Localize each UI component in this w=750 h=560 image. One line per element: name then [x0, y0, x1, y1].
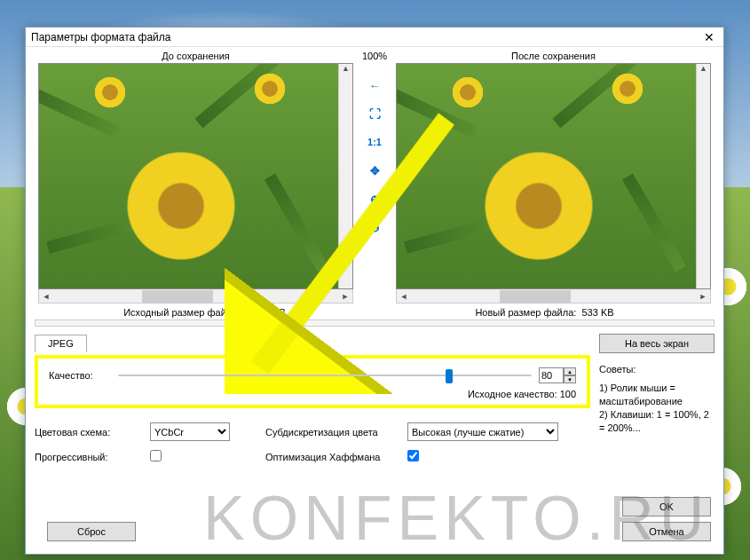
pan-icon[interactable]: ✥	[367, 162, 383, 178]
tab-jpeg[interactable]: JPEG	[35, 335, 87, 352]
subsampling-select[interactable]: Высокая (лучше сжатие)	[407, 422, 558, 441]
one-to-one-icon[interactable]: 1:1	[367, 134, 383, 150]
huffman-label: Оптимизация Хаффмана	[265, 452, 399, 462]
reset-button[interactable]: Сброс	[47, 522, 136, 541]
quality-slider[interactable]	[118, 368, 532, 383]
huffman-checkbox[interactable]	[407, 450, 419, 461]
cancel-button[interactable]: Отмена	[622, 522, 711, 541]
hints-title: Советы:	[599, 364, 714, 375]
progress-bar	[35, 319, 714, 327]
hints-text: 1) Ролик мыши = масштабирование 2) Клави…	[599, 382, 714, 434]
quality-spin-up[interactable]: ▲	[564, 367, 576, 375]
zoom-out-icon[interactable]: ⊖	[367, 219, 383, 235]
progressive-checkbox[interactable]	[150, 450, 162, 461]
titlebar: Параметры формата файла ✕	[26, 28, 723, 47]
progressive-label: Прогрессивный:	[35, 452, 141, 462]
back-icon[interactable]: ←	[367, 77, 383, 93]
new-size: Новый размер файла: 533 KB	[375, 307, 714, 318]
orig-size: Исходный размер файла: 2 165 KB	[35, 307, 375, 318]
dialog-title: Параметры формата файла	[31, 31, 700, 43]
quality-label: Качество:	[49, 370, 111, 381]
original-quality: Исходное качество: 100	[49, 389, 576, 399]
color-scheme-label: Цветовая схема:	[35, 427, 141, 438]
before-label: До сохранения	[162, 51, 229, 61]
quality-spin-down[interactable]: ▼	[564, 375, 576, 383]
scroll-right-icon[interactable]: ►	[696, 292, 710, 301]
quality-input[interactable]	[539, 367, 564, 383]
ok-button[interactable]: OK	[622, 497, 711, 517]
zoom-percent: 100%	[359, 51, 391, 61]
scroll-right-icon[interactable]: ►	[338, 292, 352, 301]
hscroll-after[interactable]: ◄ ►	[396, 289, 711, 304]
color-scheme-select[interactable]: YCbCr	[150, 422, 230, 441]
after-label: После сохранения	[511, 51, 596, 61]
fit-icon[interactable]: ⛶	[367, 106, 383, 122]
zoom-in-icon[interactable]: ⊕	[367, 191, 383, 207]
scroll-left-icon[interactable]: ◄	[397, 292, 411, 301]
close-icon[interactable]: ✕	[700, 30, 718, 44]
preview-after[interactable]: ▲	[396, 63, 711, 289]
subsampling-label: Субдискретизация цвета	[265, 427, 399, 438]
hscroll-before[interactable]: ◄ ►	[38, 289, 353, 304]
scroll-left-icon[interactable]: ◄	[39, 292, 53, 301]
quality-panel: Качество: ▲ ▼	[35, 355, 590, 408]
preview-before[interactable]: ▲	[38, 63, 353, 289]
fullscreen-button[interactable]: На весь экран	[599, 334, 714, 353]
file-format-dialog: Параметры формата файла ✕ До сохранения …	[25, 27, 724, 555]
